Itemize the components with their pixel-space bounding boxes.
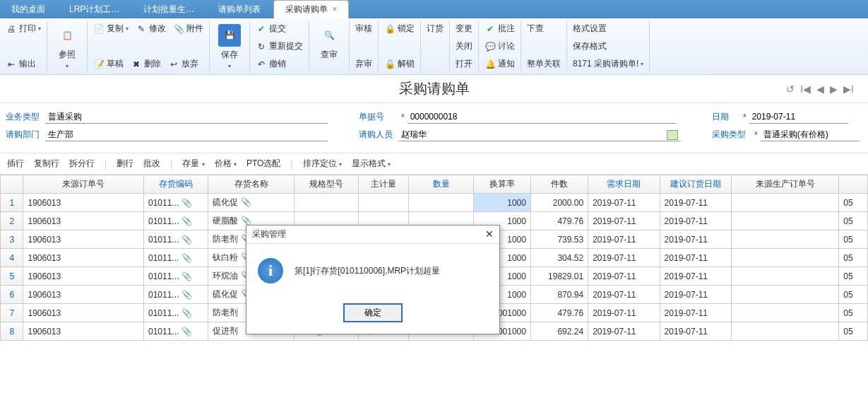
tab-batch[interactable]: 计划批量生… xyxy=(132,1,206,18)
format-button[interactable]: 格式设置 xyxy=(573,23,607,35)
open-button[interactable]: 打开 xyxy=(456,58,472,70)
doc-no-field[interactable] xyxy=(408,110,676,124)
table-cell[interactable]: 01011... 📎 xyxy=(143,304,208,322)
table-cell[interactable]: 692.24 xyxy=(530,322,588,341)
dialog-ok-button[interactable]: 确定 xyxy=(343,303,403,322)
table-cell[interactable]: 1906013 xyxy=(23,322,143,341)
biz-type-field[interactable] xyxy=(45,110,328,124)
attach-button[interactable]: 📎附件 xyxy=(173,23,203,35)
template-button[interactable]: 8171 采购请购单!▾ xyxy=(573,58,643,70)
reference-button[interactable]: 📋 参照 ▾ xyxy=(53,23,81,71)
undo-icon[interactable]: ↺ xyxy=(786,83,795,95)
table-cell[interactable]: 19829.01 xyxy=(530,267,588,286)
table-cell[interactable]: 硫化促 📎 xyxy=(208,194,295,212)
next-icon[interactable]: ▶ xyxy=(830,83,838,95)
table-cell[interactable]: 05 xyxy=(839,230,868,249)
audit-button[interactable]: 🔍 查审 xyxy=(315,23,343,62)
down-button[interactable]: 下查 xyxy=(527,23,544,35)
table-cell[interactable]: 1906013 xyxy=(23,304,143,322)
last-icon[interactable]: ▶I xyxy=(843,83,854,95)
tab-desktop[interactable]: 我的桌面 xyxy=(0,1,57,18)
table-cell[interactable]: 1906013 xyxy=(23,249,143,267)
table-cell[interactable]: 05 xyxy=(839,267,868,286)
col-header[interactable]: 存货名称 xyxy=(208,175,295,194)
table-cell[interactable]: 2019-07-11 xyxy=(588,212,660,230)
table-cell[interactable]: 05 xyxy=(839,286,868,304)
table-cell[interactable]: 2019-07-11 xyxy=(660,230,731,249)
approve-button[interactable]: ✔批注 xyxy=(484,23,515,35)
table-cell[interactable]: 3 xyxy=(1,230,23,249)
table-cell[interactable] xyxy=(732,322,839,341)
table-cell[interactable]: 05 xyxy=(839,249,868,267)
table-cell[interactable]: 870.94 xyxy=(530,286,588,304)
copy-button[interactable]: 📄复制▾ xyxy=(93,23,129,35)
table-cell[interactable]: 01011... 📎 xyxy=(143,230,208,249)
table-cell[interactable]: 2019-07-11 xyxy=(660,267,731,286)
table-cell[interactable] xyxy=(732,194,839,212)
tab-reqlist[interactable]: 请购单列表 xyxy=(207,1,272,18)
resubmit-button[interactable]: ↻重新提交 xyxy=(256,40,303,52)
table-cell[interactable]: 8 xyxy=(1,322,23,341)
table-cell[interactable]: 2019-07-11 xyxy=(588,249,660,267)
table-cell[interactable]: 05 xyxy=(839,304,868,322)
prev-icon[interactable]: ◀ xyxy=(816,83,824,95)
allclose-button[interactable]: 整单关联 xyxy=(527,58,561,70)
table-cell[interactable]: 2019-07-11 xyxy=(660,304,731,322)
saveformat-button[interactable]: 保存格式 xyxy=(573,40,607,52)
tb-splitrow[interactable]: 拆分行 xyxy=(69,158,95,170)
table-cell[interactable]: 1906013 xyxy=(23,267,143,286)
table-cell[interactable] xyxy=(732,304,839,322)
table-cell[interactable] xyxy=(732,212,839,230)
table-cell[interactable] xyxy=(732,230,839,249)
col-header[interactable] xyxy=(839,175,868,194)
table-cell[interactable]: 2019-07-11 xyxy=(588,286,660,304)
tb-insertrow[interactable]: 插行 xyxy=(7,158,24,170)
table-cell[interactable]: 1000 xyxy=(473,194,530,212)
table-cell[interactable]: 01011... 📎 xyxy=(143,194,208,212)
purch-type-field[interactable] xyxy=(761,128,860,141)
table-cell[interactable]: 2019-07-11 xyxy=(588,267,660,286)
table-cell[interactable]: 4 xyxy=(1,249,23,267)
output-button[interactable]: ⇤输出 xyxy=(6,58,36,70)
print-button[interactable]: 🖨打印▾ xyxy=(6,23,41,35)
table-cell[interactable]: 2 xyxy=(1,212,23,230)
tb-delrow[interactable]: 删行 xyxy=(117,158,133,170)
table-cell[interactable]: 304.52 xyxy=(530,249,588,267)
table-cell[interactable]: 2019-07-11 xyxy=(588,230,660,249)
table-cell[interactable] xyxy=(359,194,409,212)
table-cell[interactable]: 1 xyxy=(1,194,23,212)
first-icon[interactable]: I◀ xyxy=(800,83,811,95)
table-cell[interactable]: 2019-07-11 xyxy=(588,194,660,212)
table-cell[interactable] xyxy=(409,194,473,212)
table-cell[interactable] xyxy=(732,249,839,267)
table-cell[interactable]: 01011... 📎 xyxy=(143,267,208,286)
tb-sort[interactable]: 排序定位 ▾ xyxy=(303,158,342,170)
table-cell[interactable]: 2019-07-11 xyxy=(588,304,660,322)
delete-button[interactable]: ✖删除 xyxy=(131,58,161,70)
table-cell[interactable]: 05 xyxy=(839,194,868,212)
tb-batchedit[interactable]: 批改 xyxy=(143,158,160,170)
close-icon[interactable]: × xyxy=(332,4,337,14)
order-button[interactable]: 订货 xyxy=(427,23,444,35)
table-cell[interactable] xyxy=(732,286,839,304)
table-cell[interactable]: 5 xyxy=(1,267,23,286)
dialog-close-icon[interactable]: ✕ xyxy=(485,228,494,240)
col-header[interactable]: 来源生产订单号 xyxy=(732,175,839,194)
col-header[interactable] xyxy=(1,175,23,194)
lock-button[interactable]: 🔒锁定 xyxy=(384,23,415,35)
table-cell[interactable]: 479.76 xyxy=(530,212,588,230)
reject-button[interactable]: 弃审 xyxy=(355,58,372,70)
tb-copyrow[interactable]: 复制行 xyxy=(34,158,59,170)
notify-button[interactable]: 🔔通知 xyxy=(484,58,515,70)
unlock-button[interactable]: 🔓解锁 xyxy=(384,58,415,70)
tab-lrp[interactable]: LRP计划工… xyxy=(58,1,131,18)
table-cell[interactable]: 739.53 xyxy=(530,230,588,249)
table-cell[interactable]: 01011... 📎 xyxy=(143,212,208,230)
table-cell[interactable]: 05 xyxy=(839,212,868,230)
submit-button[interactable]: ✔提交 xyxy=(256,23,286,35)
col-header[interactable]: 来源订单号 xyxy=(23,175,143,194)
tb-stock[interactable]: 存量 ▾ xyxy=(182,158,204,170)
discuss-button[interactable]: 💬讨论 xyxy=(484,40,515,52)
table-cell[interactable]: 2019-07-11 xyxy=(588,322,660,341)
table-cell[interactable] xyxy=(295,194,359,212)
